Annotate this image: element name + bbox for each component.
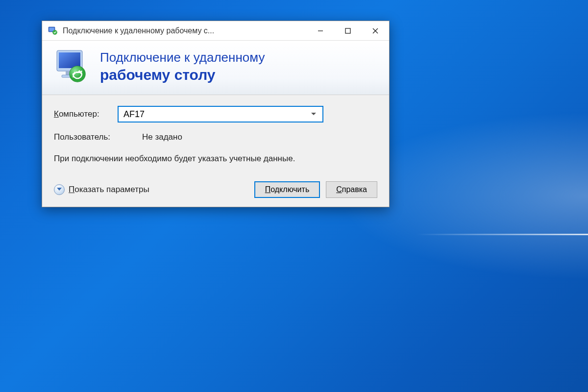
connect-button[interactable]: Подключить xyxy=(254,181,320,198)
computer-row: Компьютер: xyxy=(54,106,377,122)
header-line-1: Подключение к удаленному xyxy=(100,49,265,66)
computer-combobox[interactable] xyxy=(118,106,323,122)
header-banner: Подключение к удаленному рабочему столу xyxy=(42,41,389,95)
header-line-2: рабочему столу xyxy=(100,66,265,84)
show-options-label: Показать параметры xyxy=(69,185,149,195)
minimize-button[interactable] xyxy=(307,21,334,41)
chevron-down-icon[interactable] xyxy=(309,112,318,116)
svg-rect-4 xyxy=(345,28,350,33)
window-titlebar[interactable]: Подключение к удаленному рабочему с... xyxy=(42,21,389,41)
maximize-button[interactable] xyxy=(334,21,362,41)
close-button[interactable] xyxy=(362,21,389,41)
rdp-app-icon xyxy=(47,25,59,37)
rdp-connection-window: Подключение к удаленному рабочему с... xyxy=(42,21,390,207)
user-row: Пользователь: Не задано xyxy=(54,132,377,142)
help-button[interactable]: Справка xyxy=(326,181,377,198)
header-text: Подключение к удаленному рабочему столу xyxy=(100,49,265,84)
expand-down-icon xyxy=(54,184,65,195)
rdp-large-icon xyxy=(53,48,91,86)
content-area: Компьютер: Пользователь: Не задано При п… xyxy=(42,95,389,207)
footer-row: Показать параметры Подключить Справка xyxy=(54,179,377,198)
window-controls xyxy=(307,21,389,41)
show-options-link[interactable]: Показать параметры xyxy=(54,184,149,195)
window-title: Подключение к удаленному рабочему с... xyxy=(63,26,307,35)
svg-point-13 xyxy=(70,66,85,82)
computer-label: Компьютер: xyxy=(54,109,118,119)
computer-input[interactable] xyxy=(123,109,309,120)
svg-rect-9 xyxy=(59,52,80,68)
svg-point-2 xyxy=(53,30,57,34)
user-value: Не задано xyxy=(142,132,182,142)
desktop-background-highlight xyxy=(416,234,588,235)
user-label: Пользователь: xyxy=(54,132,142,142)
credentials-hint: При подключении необходимо будет указать… xyxy=(54,153,299,165)
